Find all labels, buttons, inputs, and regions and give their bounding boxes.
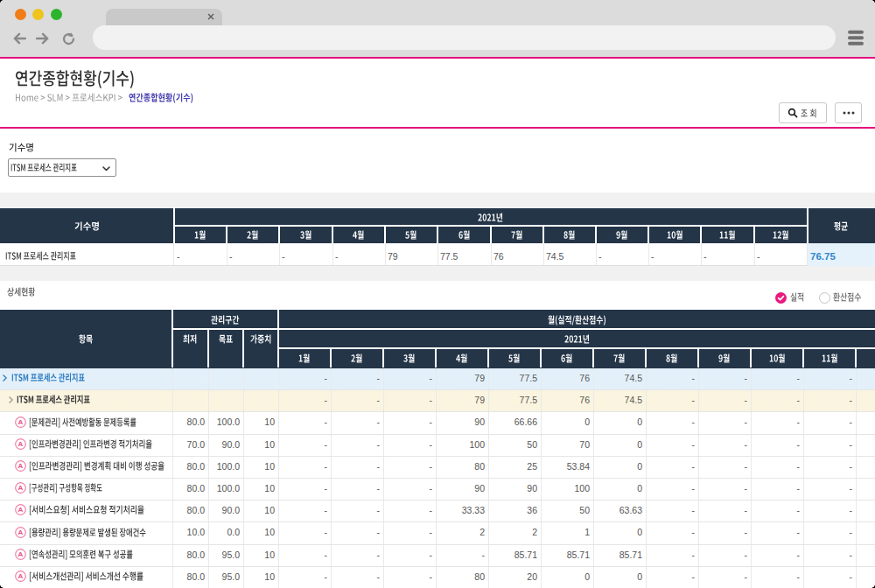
svg-text:A: A <box>18 440 24 448</box>
svg-text:A: A <box>18 418 24 426</box>
svg-text:A: A <box>18 550 24 558</box>
svg-text:A: A <box>18 484 24 492</box>
svg-text:A: A <box>18 528 24 536</box>
svg-text:A: A <box>18 572 24 580</box>
svg-text:A: A <box>18 462 24 470</box>
svg-text:A: A <box>18 506 24 514</box>
